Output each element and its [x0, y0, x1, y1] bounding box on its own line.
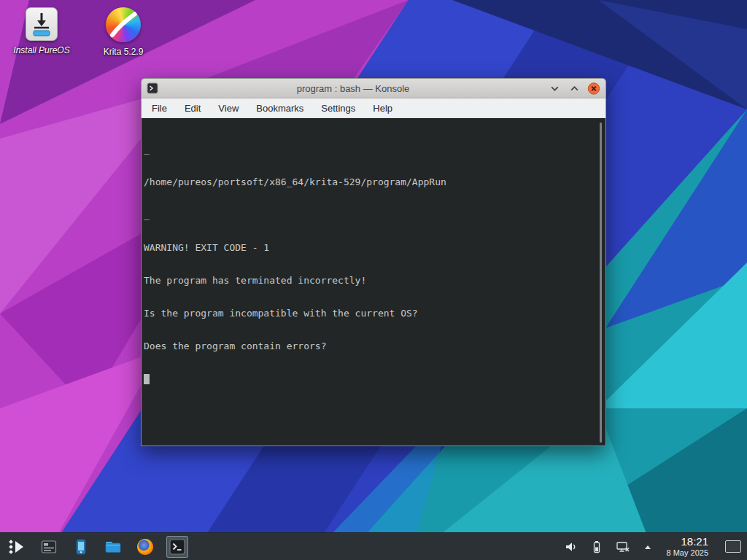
phone-app-button[interactable] — [70, 536, 92, 558]
folder-icon — [105, 539, 121, 555]
desktop-icon-krita[interactable]: Krita 5.2.9 — [92, 7, 155, 57]
desktop-icon-label: Install PureOS — [13, 45, 69, 55]
window-shade-button[interactable] — [568, 82, 581, 95]
menu-help[interactable]: Help — [368, 103, 397, 114]
window-title: program : bash — Konsole — [163, 83, 543, 94]
terminal-line: _ — [144, 144, 594, 155]
chevron-up-icon — [570, 85, 579, 92]
terminal-scrollbar[interactable] — [600, 122, 602, 443]
window-menubar: File Edit View Bookmarks Settings Help — [142, 98, 605, 118]
terminal-cursor — [144, 374, 150, 384]
file-manager-button[interactable] — [102, 536, 124, 558]
battery-button[interactable] — [589, 536, 605, 558]
firefox-icon — [137, 539, 153, 555]
menu-bookmarks[interactable]: Bookmarks — [252, 103, 308, 114]
taskbar-left — [6, 536, 188, 558]
terminal-cursor-line — [144, 373, 594, 384]
chevron-down-icon — [550, 85, 560, 92]
download-arrow-icon — [29, 11, 54, 37]
install-pureos-icon — [26, 7, 58, 41]
menu-file[interactable]: File — [147, 103, 171, 114]
chevron-up-icon — [643, 543, 652, 551]
konsole-window: program : bash — Konsole — [141, 78, 606, 446]
terminal-line: WARNING! EXIT CODE - 1 — [144, 242, 594, 253]
tray-expander-button[interactable] — [641, 536, 654, 558]
terminal-line: /home/pureos/portsoft/x86_64/krita-529/p… — [144, 176, 594, 187]
terminal-line: Is the program incompatible with the cur… — [144, 308, 594, 319]
volume-button[interactable] — [562, 536, 579, 558]
terminal-line: _ — [144, 209, 594, 220]
clock-widget[interactable]: 18:21 8 May 2025 — [667, 536, 708, 557]
system-monitor-button[interactable] — [38, 536, 60, 558]
terminal-line: The program has terminated incorrectly! — [144, 275, 594, 286]
desktop: Install PureOS Krita 5.2.9 program : bas… — [0, 0, 747, 560]
terminal-output[interactable]: _ /home/pureos/portsoft/x86_64/krita-529… — [142, 118, 605, 446]
desktop-icon-label: Krita 5.2.9 — [104, 47, 144, 57]
krita-icon — [106, 7, 141, 42]
close-icon — [587, 82, 600, 96]
taskbar: 18:21 8 May 2025 — [0, 532, 747, 560]
app-launcher-button[interactable] — [6, 536, 28, 558]
terminal-line: Does the program contain errors? — [144, 341, 594, 351]
window-titlebar[interactable]: program : bash — Konsole — [142, 79, 605, 98]
konsole-icon — [169, 539, 185, 555]
show-desktop-button[interactable] — [725, 540, 741, 553]
clock-date: 8 May 2025 — [667, 548, 708, 557]
clock-time: 18:21 — [681, 536, 708, 548]
display-indicator-button[interactable] — [614, 536, 632, 558]
krita-brush-stroke — [106, 7, 141, 42]
volume-icon — [564, 540, 577, 553]
menu-view[interactable]: View — [214, 103, 243, 114]
display-indicator-icon — [616, 540, 630, 553]
system-monitor-icon — [41, 539, 57, 555]
battery-icon — [591, 540, 603, 553]
system-tray: 18:21 8 May 2025 — [562, 536, 741, 558]
app-launcher-icon — [7, 538, 26, 556]
window-close-button[interactable] — [587, 82, 600, 95]
menu-edit[interactable]: Edit — [180, 103, 205, 114]
window-buttons — [548, 82, 600, 95]
konsole-app-icon — [147, 82, 158, 94]
desktop-icon-install-pureos[interactable]: Install PureOS — [10, 7, 73, 55]
window-menu-button[interactable] — [548, 82, 561, 95]
konsole-task-button[interactable] — [166, 536, 188, 558]
phone-app-icon — [73, 539, 89, 555]
firefox-button[interactable] — [134, 536, 156, 558]
menu-settings[interactable]: Settings — [317, 103, 360, 114]
